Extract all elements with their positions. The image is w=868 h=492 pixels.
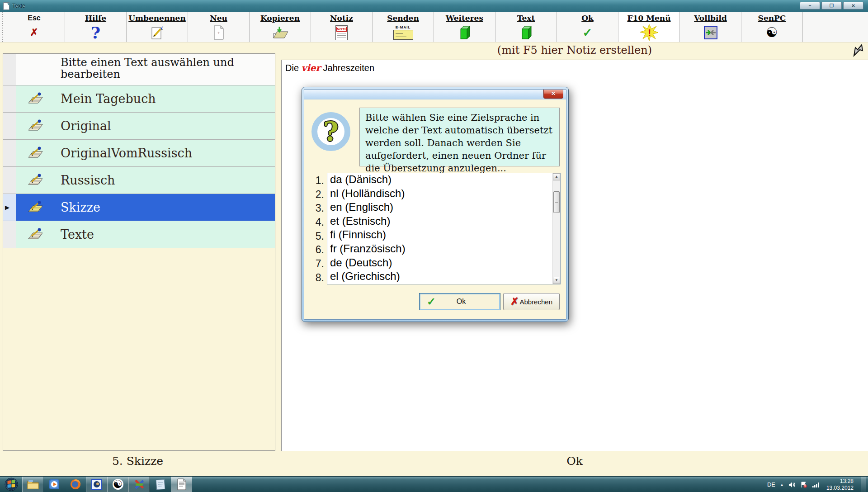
scroll-up-icon[interactable]: ▲ (553, 173, 560, 180)
green-book-icon (458, 25, 472, 40)
kopieren-button[interactable]: Kopieren (250, 12, 311, 42)
listbox-scrollbar[interactable]: ▲ ▼ (552, 173, 560, 284)
viewer-app-icon (91, 478, 103, 490)
language-option-et[interactable]: et (Estnisch) (327, 215, 560, 229)
restore-button[interactable]: ❐ (821, 2, 842, 9)
taskbar-viewer-button[interactable] (86, 477, 107, 492)
list-header-row: Bitte einen Text auswählen und bearbeite… (3, 54, 275, 85)
f5-note-hint: (mit F5 hier Notiz erstellen) (281, 44, 868, 57)
list-item-skizze-selected[interactable]: ▶ Skizze (3, 194, 275, 221)
vollbild-button[interactable]: Vollbild (680, 12, 741, 42)
notebook-pen-icon (26, 119, 44, 133)
red-x-icon: ✗ (510, 296, 519, 308)
taskbar-vstudio-button[interactable] (128, 477, 150, 492)
ok-button[interactable]: Ok ✓ (557, 12, 618, 42)
crossing-ribbons-icon (133, 478, 145, 490)
language-option-nl[interactable]: nl (Holländisch) (327, 187, 560, 201)
hilfe-button[interactable]: Hilfe ? (65, 12, 127, 42)
notiz-label: Notiz (330, 13, 353, 23)
copy-folder-icon (272, 25, 289, 40)
senpc-button[interactable]: SenPC ☯ (741, 12, 803, 42)
status-bar: 5. Skizze Ok (0, 451, 868, 476)
text-list-panel: Bitte einen Text auswählen und bearbeite… (3, 53, 275, 451)
dialog-message: Bitte wählen Sie eine Zielsprache in wel… (359, 108, 560, 166)
scroll-down-icon[interactable]: ▼ (553, 277, 560, 284)
network-signal-icon[interactable] (812, 482, 820, 488)
svg-text:+: + (217, 31, 220, 35)
toolbar: Esc ✗ Hilfe ? Umbenennen Neu + (0, 12, 868, 43)
green-check-icon: ✓ (583, 26, 593, 40)
taskbar: ☯ DE ▲ (0, 476, 868, 492)
taskbar-firefox-button[interactable] (65, 477, 86, 492)
language-option-fi[interactable]: fi (Finnisch) (327, 228, 560, 242)
notebook-pen-icon (26, 147, 44, 160)
esc-label: Esc (28, 13, 40, 23)
windows-explorer-icon (27, 479, 39, 490)
yin-yang-icon: ☯ (766, 26, 778, 39)
list-item-texte[interactable]: Texte (3, 221, 275, 248)
list-item-mein-tagebuch[interactable]: Mein Tagebuch (3, 85, 275, 113)
taskbar-document-button[interactable] (171, 477, 192, 492)
system-tray: DE ▲ 13:28 13.03.2012 (767, 477, 868, 492)
green-check-icon: ✓ (427, 295, 436, 308)
notiz-note-icon: NOTIZ (335, 25, 348, 40)
taskbar-senpc-button[interactable]: ☯ (107, 477, 128, 492)
language-option-da[interactable]: da (Dänisch) (327, 173, 560, 187)
f10-menu-label: F10 Menü (627, 13, 671, 23)
dialog-titlebar (304, 90, 566, 99)
svg-text:!: ! (648, 27, 651, 38)
language-listbox[interactable]: da (Dänisch) nl (Holländisch) en (Englis… (327, 173, 561, 284)
text-button[interactable]: Text (495, 12, 557, 42)
language-dialog: ✕ ? Bitte wählen Sie eine Zielsprache in… (302, 87, 569, 322)
show-desktop-button[interactable] (861, 477, 866, 492)
umbenennen-label: Umbenennen (128, 13, 186, 23)
neu-button[interactable]: Neu + (188, 12, 250, 42)
list-header-text: Bitte einen Text auswählen und bearbeite… (61, 57, 241, 80)
weiteres-button[interactable]: Weiteres (434, 12, 495, 42)
volume-icon[interactable] (788, 482, 796, 488)
senpc-label: SenPC (758, 13, 786, 23)
language-option-fr[interactable]: fr (Französisch) (327, 242, 560, 256)
scrollbar-thumb[interactable] (553, 191, 560, 213)
language-option-de[interactable]: de (Deutsch) (327, 256, 560, 270)
list-item-original[interactable]: Original (3, 113, 275, 140)
notebook-pen-icon (26, 92, 44, 106)
email-envelope-icon: E-MAIL (393, 25, 413, 40)
list-item-russisch[interactable]: Russisch (3, 167, 275, 194)
f10-menu-button[interactable]: F10 Menü ! (618, 12, 680, 42)
minimize-button[interactable]: – (800, 2, 820, 9)
document-title: Die vier Jahreszeiten (282, 60, 868, 73)
selector-column-header (3, 54, 16, 85)
esc-button[interactable]: Esc ✗ (4, 12, 65, 42)
app-icon (3, 2, 9, 10)
red-x-icon: ✗ (30, 27, 38, 38)
starburst-exclamation-icon: ! (640, 24, 658, 41)
close-button[interactable]: ✕ (843, 2, 863, 9)
hidden-icons-chevron[interactable]: ▲ (780, 483, 784, 487)
action-center-flag-icon[interactable] (800, 482, 807, 488)
dialog-ok-button[interactable]: ✓ Ok (419, 293, 500, 310)
rename-document-pen-icon (150, 25, 165, 40)
umbenennen-button[interactable]: Umbenennen (127, 12, 188, 42)
toolbar-drag-handle (0, 12, 4, 42)
language-option-el[interactable]: el (Griechisch) (327, 270, 560, 284)
notiz-button[interactable]: Notiz NOTIZ (311, 12, 373, 42)
language-option-en[interactable]: en (Englisch) (327, 201, 560, 215)
tray-clock[interactable]: 13:28 13.03.2012 (826, 478, 854, 492)
list-item-originalvomrussisch[interactable]: OriginalVomRussisch (3, 140, 275, 167)
corner-arrow-icon[interactable] (851, 43, 864, 58)
start-button[interactable] (0, 477, 22, 492)
row-selector-arrow-icon: ▶ (5, 204, 9, 211)
media-player-icon (48, 478, 60, 490)
document-title-accent: vier (302, 62, 321, 73)
dialog-close-button[interactable]: ✕ (543, 90, 563, 99)
senden-button[interactable]: Senden E-MAIL (373, 12, 434, 42)
tray-time: 13:28 (826, 478, 854, 485)
taskbar-notepad-button[interactable] (150, 477, 171, 492)
taskbar-mediaplayer-button[interactable] (43, 477, 65, 492)
taskbar-explorer-button[interactable] (22, 477, 43, 492)
ok-label: Ok (581, 13, 594, 23)
dialog-cancel-button[interactable]: ✗ Abbrechen (503, 293, 560, 310)
language-indicator[interactable]: DE (767, 481, 775, 488)
question-mark-icon: ? (311, 112, 350, 151)
